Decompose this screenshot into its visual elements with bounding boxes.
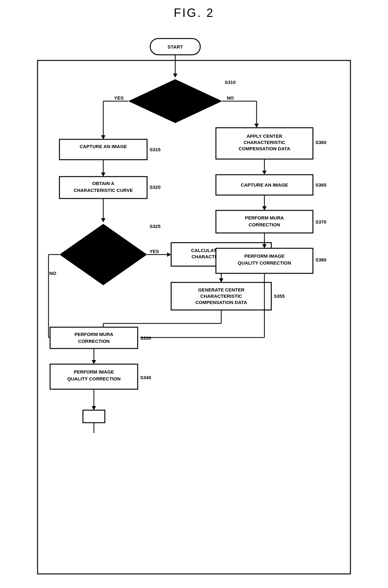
s320-label: S320 bbox=[150, 184, 161, 190]
flowchart-svg: START INITIAL DISPLAY DEVICE? S310 YES N… bbox=[28, 29, 360, 586]
s380-label: S380 bbox=[315, 257, 326, 262]
arrowhead-s365-s370 bbox=[262, 206, 267, 210]
s310-text1: INITIAL bbox=[167, 94, 184, 100]
arrowhead-s360-s365 bbox=[262, 171, 267, 175]
s330-box bbox=[50, 327, 138, 348]
s315-label: S315 bbox=[150, 147, 161, 152]
s360-label: S360 bbox=[315, 140, 326, 145]
s330-label: S330 bbox=[140, 335, 151, 341]
s380-text1: PERFORM IMAGE bbox=[244, 253, 284, 259]
s370-label: S370 bbox=[315, 219, 326, 224]
s355-label: S355 bbox=[274, 293, 285, 299]
s310-label: S310 bbox=[225, 80, 236, 85]
s330-text2: CORRECTION bbox=[78, 338, 110, 344]
s380-text2: QUALITY CORRECTION bbox=[238, 260, 291, 266]
s360-text1: APPLY CENTER bbox=[247, 133, 282, 139]
diagram-container: FIG. 2 START INITIAL DISPLAY DEVICE? S31… bbox=[22, 0, 366, 588]
arrowhead-s350-s355 bbox=[219, 278, 223, 282]
s355-text3: COMPENSATION DATA bbox=[196, 300, 247, 305]
s315-text1: CAPTURE AN IMAGE bbox=[79, 144, 127, 149]
s315-box bbox=[59, 139, 147, 160]
s325-text2: NUMBER OF bbox=[89, 248, 118, 254]
s340-text1: PERFORM IMAGE bbox=[74, 369, 114, 374]
no-label: NO bbox=[227, 95, 234, 101]
s320-text1: OBTAIN A bbox=[92, 181, 115, 186]
s370-text2: CORRECTION bbox=[249, 222, 280, 227]
yes2-label: YES bbox=[150, 249, 159, 254]
arrowhead-s315-s320 bbox=[101, 173, 105, 177]
arrowhead-no bbox=[254, 124, 259, 128]
arrowhead-s320-s325 bbox=[101, 218, 105, 222]
s325-label: S325 bbox=[150, 224, 161, 229]
s320-text2: CHARACTERISTIC CURVE bbox=[74, 188, 133, 193]
s325-text4: CURVES? bbox=[92, 258, 114, 264]
end-box bbox=[83, 410, 105, 423]
s370-text1: PERFORM MURA bbox=[245, 215, 284, 220]
s355-text2: CHARACTERISTIC bbox=[200, 293, 242, 299]
s360-text2: CHARACTERISTIC bbox=[243, 140, 285, 145]
s370-box bbox=[216, 210, 313, 233]
figure-title: FIG. 2 bbox=[22, 6, 366, 20]
s340-text2: QUALITY CORRECTION bbox=[67, 376, 121, 381]
arrowhead-s330-s340 bbox=[92, 360, 96, 364]
s360-text3: COMPENSATION DATA bbox=[239, 146, 290, 151]
start-label: START bbox=[168, 44, 183, 49]
arrowhead-yes bbox=[101, 135, 105, 139]
s310-text2: DISPLAY DEVICE? bbox=[155, 100, 196, 105]
s325-text1: REFERENCE bbox=[89, 243, 118, 249]
no2-label: NO bbox=[49, 271, 57, 276]
arrowhead-s340-end bbox=[92, 406, 96, 410]
s365-text1: CAPTURE AN IMAGE bbox=[241, 182, 288, 188]
s340-label: S340 bbox=[140, 375, 151, 380]
arrowhead-yes2 bbox=[167, 252, 171, 257]
arrowhead-start-s310 bbox=[173, 74, 177, 78]
s365-label: S365 bbox=[315, 182, 326, 188]
s325-text3: CHARACTERISTIC bbox=[82, 253, 124, 259]
yes-label: YES bbox=[114, 95, 124, 101]
s330-text1: PERFORM MURA bbox=[74, 332, 113, 337]
s355-text1: GENERATE CENTER bbox=[198, 287, 244, 292]
